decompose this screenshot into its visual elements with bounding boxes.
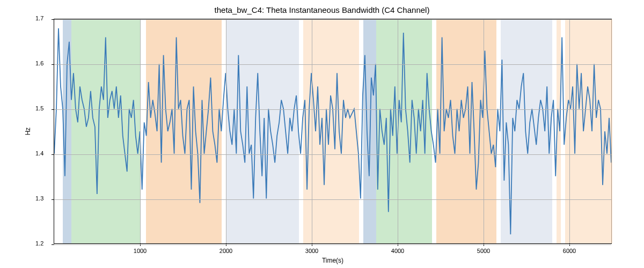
- gridline-vertical: [140, 19, 141, 243]
- data-line: [54, 28, 611, 235]
- y-tick-label: 1.2: [35, 240, 43, 247]
- x-tick-label: 4000: [391, 248, 404, 254]
- tick-mark-y: [52, 154, 54, 155]
- gridline-horizontal: [54, 109, 611, 110]
- x-tick-label: 3000: [305, 248, 318, 254]
- gridline-horizontal: [54, 154, 611, 155]
- gridline-horizontal: [54, 19, 611, 20]
- y-tick-label: 1.4: [35, 150, 43, 157]
- x-tick-label: 2000: [219, 248, 232, 254]
- x-axis-label: Time(s): [54, 257, 612, 264]
- x-tick-label: 1000: [134, 248, 147, 254]
- tick-mark-y: [52, 19, 54, 20]
- gridline-horizontal: [54, 64, 611, 65]
- gridline-vertical: [312, 19, 312, 243]
- y-tick-label: 1.7: [35, 15, 43, 21]
- y-axis-label: Hz: [24, 128, 32, 136]
- plot-area: 1000200030004000500060001.21.31.41.51.61…: [54, 19, 612, 244]
- chart-container: 1000200030004000500060001.21.31.41.51.61…: [54, 19, 612, 244]
- tick-mark-y: [52, 244, 54, 245]
- tick-mark-y: [52, 109, 54, 110]
- line-plot: [54, 19, 611, 243]
- gridline-vertical: [569, 19, 570, 243]
- y-tick-label: 1.6: [35, 60, 43, 66]
- x-tick-label: 6000: [563, 248, 576, 254]
- gridline-horizontal: [54, 244, 611, 245]
- y-tick-label: 1.5: [35, 105, 43, 111]
- tick-mark-y: [52, 199, 54, 200]
- y-tick-label: 1.3: [35, 195, 43, 202]
- gridline-vertical: [398, 19, 398, 243]
- gridline-vertical: [226, 19, 226, 243]
- gridline-horizontal: [54, 199, 611, 200]
- chart-title: theta_bw_C4: Theta Instantaneous Bandwid…: [0, 5, 644, 14]
- x-tick-label: 5000: [477, 248, 490, 254]
- gridline-vertical: [484, 19, 484, 243]
- tick-mark-y: [52, 64, 54, 65]
